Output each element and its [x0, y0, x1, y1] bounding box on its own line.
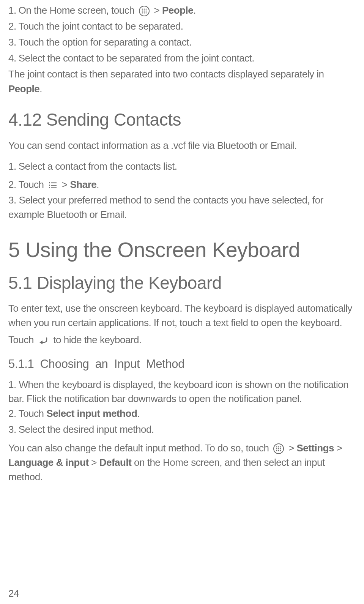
svg-point-1	[142, 9, 143, 10]
step-3-input: 3. Select the desired input method.	[8, 422, 357, 437]
bold-text: People	[162, 5, 193, 16]
bold-text: Settings	[296, 442, 334, 454]
svg-point-8	[143, 13, 145, 14]
list-number: 1.	[8, 3, 16, 18]
apps-grid-icon	[139, 5, 150, 17]
text: Touch the joint contact to be separated.	[19, 19, 183, 34]
svg-rect-13	[51, 185, 57, 186]
list-number: 2.	[8, 177, 16, 192]
svg-point-5	[143, 11, 145, 12]
text: Touch	[19, 408, 47, 419]
text: >	[288, 442, 296, 454]
step-2-input: 2. Touch Select input method.	[8, 406, 357, 421]
list-number: 3.	[8, 194, 19, 206]
step-1-input: 1. When the keyboard is displayed, the k…	[8, 378, 357, 406]
text: >	[154, 5, 162, 16]
list-number: 2.	[8, 19, 16, 34]
heading-5: 5 Using the Onscreen Keyboard	[8, 238, 357, 262]
text: Select the desired input method.	[19, 422, 154, 437]
svg-rect-12	[49, 185, 50, 186]
svg-point-17	[276, 446, 277, 448]
text: You can also change the default input me…	[8, 442, 269, 454]
svg-point-25	[280, 450, 281, 451]
step-2-send: 2. Touch > Share.	[8, 177, 357, 192]
svg-point-19	[280, 446, 281, 448]
list-number: 1.	[8, 159, 16, 174]
list-number: 1.	[8, 379, 19, 390]
svg-point-23	[276, 450, 277, 451]
kb-hide: Touch to hide the keyboard.	[8, 333, 357, 347]
kb-intro: To enter text, use the onscreen keyboard…	[8, 301, 357, 330]
svg-point-3	[145, 9, 147, 10]
list-number: 4.	[8, 51, 16, 66]
text: Select the contact to be separated from …	[19, 51, 254, 66]
bold-text: Language & input	[8, 457, 89, 468]
apps-grid-icon	[273, 443, 284, 454]
svg-point-22	[280, 448, 281, 449]
text: .	[137, 408, 140, 419]
separate-result: The joint contact is then separated into…	[8, 67, 357, 96]
text: >	[62, 179, 70, 190]
change-default-input: You can also change the default input me…	[8, 441, 357, 484]
svg-point-20	[276, 448, 277, 449]
text: >	[334, 442, 342, 454]
text: Touch the option for separating a contac…	[19, 35, 192, 50]
page-number: 24	[8, 588, 19, 599]
step-3-send: 3. Select your preferred method to send …	[8, 193, 357, 222]
bold-text: Select input method	[46, 408, 137, 419]
bold-text: People	[8, 83, 39, 95]
text: >	[89, 457, 99, 468]
bold-text: Share	[70, 179, 96, 190]
svg-point-21	[278, 448, 279, 449]
svg-point-2	[143, 9, 145, 10]
svg-point-6	[145, 11, 147, 12]
step-1-send: 1. Select a contact from the contacts li…	[8, 159, 357, 174]
heading-4-12: 4.12 Sending Contacts	[8, 109, 357, 130]
text: Select your preferred method to send the…	[8, 194, 323, 220]
svg-point-4	[142, 11, 143, 12]
step-4-separate: 4. Select the contact to be separated fr…	[8, 51, 357, 66]
svg-rect-15	[51, 188, 57, 188]
bold-text: Default	[99, 457, 132, 468]
svg-point-24	[278, 450, 279, 451]
text: Touch	[19, 179, 44, 190]
text: The joint contact is then separated into…	[8, 68, 324, 80]
back-arrow-icon	[38, 336, 49, 345]
text: Select a contact from the contacts list.	[19, 159, 177, 174]
svg-rect-11	[51, 183, 57, 183]
text: .	[39, 83, 42, 95]
svg-point-7	[142, 13, 143, 14]
list-number: 2.	[8, 406, 16, 421]
text: On the Home screen, touch	[19, 5, 134, 16]
list-number: 3.	[8, 35, 16, 50]
list-number: 3.	[8, 422, 16, 437]
step-2-separate: 2. Touch the joint contact to be separat…	[8, 19, 357, 34]
step-1-separate: 1. On the Home screen, touch > People.	[8, 3, 357, 18]
svg-point-9	[145, 13, 147, 14]
text: .	[96, 179, 99, 190]
svg-point-18	[278, 446, 279, 448]
text: to hide the keyboard.	[53, 334, 141, 345]
send-intro: You can send contact information as a .v…	[8, 138, 357, 153]
menu-list-icon	[48, 180, 58, 190]
text: When the keyboard is displayed, the keyb…	[8, 379, 348, 405]
text: Touch	[8, 334, 34, 345]
svg-rect-10	[49, 182, 50, 183]
step-3-separate: 3. Touch the option for separating a con…	[8, 35, 357, 50]
text: .	[193, 5, 196, 16]
svg-rect-14	[49, 187, 50, 188]
heading-5-1-1: 5.1.1 Choosing an Input Method	[8, 357, 357, 371]
heading-5-1: 5.1 Displaying the Keyboard	[8, 273, 357, 293]
